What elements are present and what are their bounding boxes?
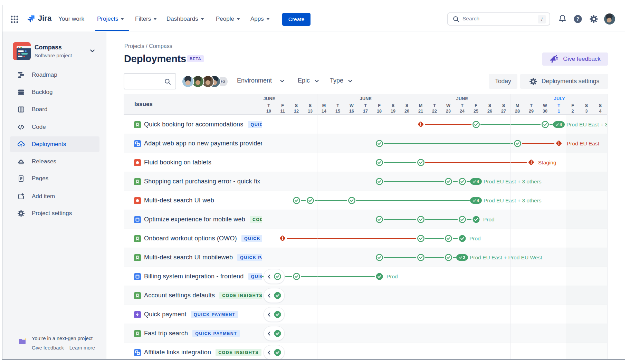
svg-text:?: ? — [576, 16, 580, 22]
